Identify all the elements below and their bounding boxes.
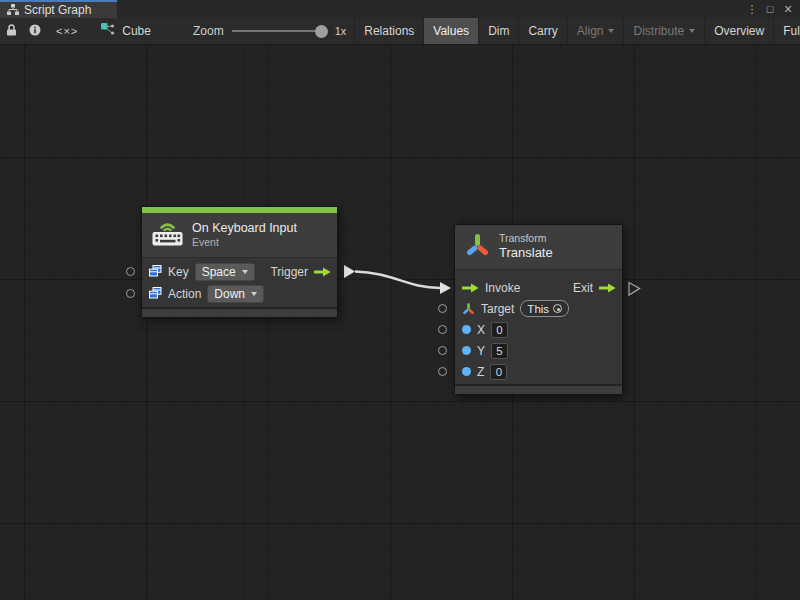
lock-icon xyxy=(6,24,17,39)
exit-output-port[interactable] xyxy=(629,283,640,296)
toolbar-button-relations[interactable]: Relations xyxy=(355,18,423,44)
transform-icon xyxy=(465,233,490,261)
y-input-port[interactable] xyxy=(438,346,447,355)
tab-script-graph[interactable]: Script Graph xyxy=(0,0,117,18)
value-port-dot xyxy=(462,367,471,376)
enum-icon xyxy=(149,287,162,302)
port-row-target: Target This xyxy=(455,298,622,319)
x-value-input[interactable]: 0 xyxy=(491,322,508,338)
window-controls: ⋮ □ × xyxy=(744,0,800,18)
toolbar-button-align[interactable]: Align xyxy=(568,18,624,44)
script-machine-icon xyxy=(101,23,116,39)
exit-port-label: Exit xyxy=(573,281,593,295)
port-row-action: Action Down xyxy=(142,283,337,305)
value-port-dot xyxy=(462,346,471,355)
wire-trigger-to-invoke[interactable] xyxy=(355,272,440,289)
port-row-y: Y 5 xyxy=(455,340,622,361)
trigger-port-label: Trigger xyxy=(270,265,308,279)
value-port-dot xyxy=(462,325,471,334)
target-port-label: Target xyxy=(481,302,514,316)
graph-context[interactable]: Cube xyxy=(95,18,161,44)
toolbar-button-dim[interactable]: Dim xyxy=(479,18,518,44)
chevron-down-icon xyxy=(242,270,248,274)
code-icon: <×> xyxy=(56,25,78,37)
y-value-input[interactable]: 5 xyxy=(491,343,508,359)
script-graph-window: Script Graph ⋮ □ × xyxy=(0,0,800,600)
chevron-down-icon xyxy=(251,292,257,296)
edit-code-button[interactable]: <×> xyxy=(47,18,87,44)
x-port-label: X xyxy=(477,323,485,337)
chevron-down-icon xyxy=(608,29,614,33)
node-footer xyxy=(142,307,337,317)
action-port-label: Action xyxy=(168,287,201,301)
port-row-invoke: Invoke Exit xyxy=(455,277,622,298)
connection-layer xyxy=(0,45,800,600)
tab-title: Script Graph xyxy=(24,3,91,17)
x-input-port[interactable] xyxy=(438,325,447,334)
keyboard-icon xyxy=(152,220,183,250)
node-title: On Keyboard Input xyxy=(192,221,297,237)
zoom-control: Zoom 1x xyxy=(185,18,354,44)
zoom-slider[interactable] xyxy=(232,25,327,38)
y-port-label: Y xyxy=(477,344,485,358)
invoke-port-label: Invoke xyxy=(485,281,520,295)
z-input-port[interactable] xyxy=(438,367,447,376)
scope-icon xyxy=(553,304,562,313)
maximize-icon[interactable]: □ xyxy=(762,1,778,17)
title-bar: Script Graph ⋮ □ × xyxy=(0,0,800,18)
transform-mini-icon xyxy=(462,303,475,315)
graph-toolbar: <×> Cube Zoom 1x xyxy=(0,18,800,45)
lock-button[interactable] xyxy=(0,18,23,44)
target-object-field[interactable]: This xyxy=(520,300,569,317)
zoom-label: Zoom xyxy=(193,24,224,38)
port-row-key: Key Space Trigger xyxy=(142,261,337,283)
flow-arrow-icon xyxy=(462,283,479,293)
z-value-input[interactable]: 0 xyxy=(490,364,507,380)
action-dropdown[interactable]: Down xyxy=(207,285,264,303)
graph-context-label: Cube xyxy=(122,24,151,38)
node-body: Invoke Exit Target xyxy=(455,270,622,384)
node-header: On Keyboard Input Event xyxy=(142,213,337,258)
graph-hierarchy-icon xyxy=(7,1,19,19)
node-header: Transform Translate xyxy=(455,225,622,270)
z-port-label: Z xyxy=(477,365,484,379)
key-port-label: Key xyxy=(168,265,189,279)
enum-icon xyxy=(149,265,162,280)
info-icon xyxy=(29,24,41,39)
node-translate[interactable]: Transform Translate Invoke Exit xyxy=(454,224,623,395)
flow-arrow-icon xyxy=(314,267,331,277)
trigger-output-port[interactable] xyxy=(344,265,355,278)
toolbar-buttons: Relations Values Dim Carry Align Distrib… xyxy=(354,18,800,44)
node-category: Transform xyxy=(499,232,553,245)
node-footer xyxy=(455,384,622,394)
toolbar-button-distribute[interactable]: Distribute xyxy=(624,18,704,44)
toolbar-button-overview[interactable]: Overview xyxy=(705,18,773,44)
close-icon[interactable]: × xyxy=(780,1,796,17)
node-body: Key Space Trigger xyxy=(142,258,337,307)
chevron-down-icon xyxy=(689,29,695,33)
flow-arrow-icon xyxy=(599,283,616,293)
target-input-port[interactable] xyxy=(438,304,447,313)
toolbar-button-values[interactable]: Values xyxy=(424,18,478,44)
node-subtitle: Event xyxy=(192,236,297,249)
toolbar-button-fullscreen[interactable]: Full Screen xyxy=(774,18,800,44)
zoom-value: 1x xyxy=(335,25,347,37)
action-input-port[interactable] xyxy=(126,289,135,298)
key-input-port[interactable] xyxy=(126,267,135,276)
wire-arrowhead xyxy=(440,282,451,294)
node-title: Translate xyxy=(499,245,553,261)
graph-canvas[interactable]: On Keyboard Input Event Key xyxy=(0,45,800,600)
zoom-slider-handle[interactable] xyxy=(315,25,328,38)
toolbar-button-carry[interactable]: Carry xyxy=(519,18,566,44)
window-menu-icon[interactable]: ⋮ xyxy=(744,1,760,17)
port-row-x: X 0 xyxy=(455,319,622,340)
node-on-keyboard-input[interactable]: On Keyboard Input Event Key xyxy=(141,206,338,318)
key-dropdown[interactable]: Space xyxy=(195,263,255,281)
info-button[interactable] xyxy=(23,18,47,44)
port-row-z: Z 0 xyxy=(455,361,622,382)
zoom-slider-track xyxy=(232,30,327,32)
